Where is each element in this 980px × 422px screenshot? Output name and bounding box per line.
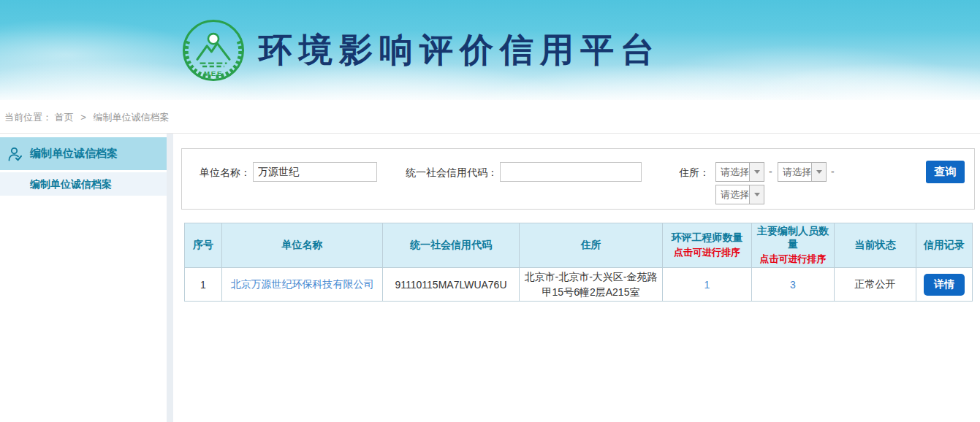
site-title: 环境影响评价信用平台 xyxy=(259,28,661,73)
row-status: 正常公开 xyxy=(835,268,916,302)
chevron-down-icon[interactable] xyxy=(811,163,826,181)
address-dash-1: - xyxy=(769,166,772,177)
district-select[interactable]: 请选择 xyxy=(715,185,764,204)
row-credit-code: 91110115MA7LWUA76U xyxy=(383,268,520,302)
col-address: 住所 xyxy=(520,223,663,268)
sort-hint: 点击可进行排序 xyxy=(753,253,832,266)
sort-hint: 点击可进行排序 xyxy=(664,246,750,259)
address-dash-2: - xyxy=(831,166,835,177)
sidebar-section-label: 编制单位诚信档案 xyxy=(30,147,118,161)
search-panel: 单位名称： 统一社会信用代码： 住所： 请选择 - 请选择 - 请选择 xyxy=(181,148,975,210)
logo-text: MEE xyxy=(204,69,223,77)
row-address: 北京市-北京市-大兴区-金苑路甲15号6幢2层A215室 xyxy=(520,268,663,302)
address-label: 住所： xyxy=(679,166,710,180)
province-select[interactable]: 请选择 xyxy=(715,162,764,182)
chevron-down-icon[interactable] xyxy=(749,185,764,204)
chevron-down-icon[interactable] xyxy=(749,163,764,181)
col-engineer-count-sortable[interactable]: 环评工程师数量 点击可进行排序 xyxy=(663,223,752,268)
col-index: 序号 xyxy=(185,223,222,268)
sidebar-section-header[interactable]: 编制单位诚信档案 xyxy=(0,137,167,170)
col-credit-code: 统一社会信用代码 xyxy=(383,223,520,268)
company-name-label: 单位名称： xyxy=(200,166,251,180)
breadcrumb: 当前位置： 首页 > 编制单位诚信档案 xyxy=(0,100,980,134)
col-status: 当前状态 xyxy=(835,223,916,268)
city-select-value: 请选择 xyxy=(778,163,811,181)
main-area: 编制单位诚信档案 编制单位诚信档案 单位名称： 统一社会信用代码： 住所： 请选… xyxy=(0,134,980,422)
engineer-count-link[interactable]: 1 xyxy=(663,268,752,302)
credit-code-label: 统一社会信用代码： xyxy=(406,166,498,180)
breadcrumb-prefix: 当前位置： xyxy=(4,112,52,123)
table-row: 1 北京万源世纪环保科技有限公司 91110115MA7LWUA76U 北京市-… xyxy=(185,268,973,302)
company-name-input[interactable] xyxy=(253,162,377,182)
district-select-value: 请选择 xyxy=(716,185,749,204)
user-check-icon xyxy=(7,146,23,162)
sidebar-divider xyxy=(167,134,173,422)
breadcrumb-current: 编制单位诚信档案 xyxy=(93,112,169,123)
site-header: MEE 环境影响评价信用平台 xyxy=(0,0,980,100)
page: MEE 环境影响评价信用平台 当前位置： 首页 > 编制单位诚信档案 编制单位诚… xyxy=(0,0,980,422)
table-header: 序号 单位名称 统一社会信用代码 住所 环评工程师数量 点击可进行排序 主要编制… xyxy=(185,223,973,268)
sidebar-item-archive[interactable]: 编制单位诚信档案 xyxy=(0,172,167,196)
row-action-cell: 详情 xyxy=(916,268,973,302)
breadcrumb-separator: > xyxy=(80,112,86,123)
staff-count-link[interactable]: 3 xyxy=(752,268,835,302)
breadcrumb-home-link[interactable]: 首页 xyxy=(55,112,74,123)
company-link[interactable]: 北京万源世纪环保科技有限公司 xyxy=(222,268,383,302)
results-table: 序号 单位名称 统一社会信用代码 住所 环评工程师数量 点击可进行排序 主要编制… xyxy=(184,223,973,302)
mee-logo: MEE xyxy=(181,18,246,83)
row-index: 1 xyxy=(185,268,222,302)
col-staff-count-sortable[interactable]: 主要编制人员数量 点击可进行排序 xyxy=(752,223,835,268)
sidebar: 编制单位诚信档案 编制单位诚信档案 xyxy=(0,134,167,422)
detail-button[interactable]: 详情 xyxy=(924,274,965,296)
col-company-name: 单位名称 xyxy=(222,223,383,268)
province-select-value: 请选择 xyxy=(716,163,749,181)
content: 单位名称： 统一社会信用代码： 住所： 请选择 - 请选择 - 请选择 xyxy=(173,134,980,422)
city-select[interactable]: 请选择 xyxy=(778,162,827,182)
query-button[interactable]: 查询 xyxy=(926,161,965,183)
col-credit-record: 信用记录 xyxy=(916,223,973,268)
credit-code-input[interactable] xyxy=(500,162,642,182)
